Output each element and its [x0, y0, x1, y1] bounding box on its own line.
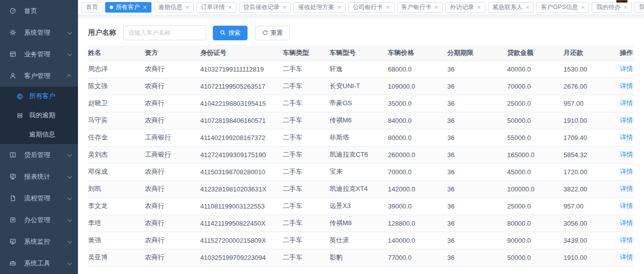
sidebar-item-1[interactable]: 系统管理	[0, 22, 78, 43]
cell-vehicle-model: 长安UNI-T	[330, 78, 388, 95]
sidebar-item-label: 办公管理	[24, 216, 68, 225]
detail-link[interactable]: 详情	[620, 82, 633, 90]
tab-close-icon[interactable]: ×	[435, 4, 439, 11]
tab-0[interactable]: 首页	[82, 2, 103, 13]
cell-id-number: 410721199505263517	[200, 78, 283, 95]
detail-link[interactable]: 详情	[620, 168, 633, 175]
table-row: 李文龙农商行411081199003122553二手车远景X339000.036…	[88, 197, 634, 215]
cell-vehicle-model: 影豹	[330, 249, 388, 266]
detail-link[interactable]: 详情	[620, 253, 633, 261]
cell-installment-term: 36	[447, 180, 507, 197]
tab-9[interactable]: 紧急联系人×	[488, 2, 534, 13]
tab-close-icon[interactable]: ×	[623, 4, 627, 11]
tab-close-icon[interactable]: ×	[581, 4, 585, 11]
tab-label: 公司银行卡	[353, 3, 383, 12]
detail-link[interactable]: 详情	[620, 99, 633, 107]
detail-link[interactable]: 详情	[620, 65, 633, 73]
cell-loan-amount	[507, 266, 564, 274]
table-row: 赵晓卫农商行410422198803195415二手车帝豪GS35000.036…	[88, 95, 634, 112]
partial-avatar-image	[616, 0, 627, 3]
detail-link[interactable]: 详情	[620, 151, 633, 158]
tab-label: 首页	[86, 3, 98, 12]
tab-label: 我的待办	[596, 3, 620, 12]
sidebar-subitem-1[interactable]: 我的逾期	[0, 106, 78, 125]
reset-button[interactable]: 重置	[255, 26, 290, 40]
tab-7[interactable]: 客户银行卡×	[397, 2, 443, 13]
cell-name: 任存金	[88, 129, 145, 146]
tab-close-icon[interactable]: ×	[337, 4, 341, 11]
tab-6[interactable]: 公司银行卡×	[348, 2, 394, 13]
tab-label: 逾期信息	[158, 3, 183, 12]
search-button[interactable]: 搜索	[213, 26, 248, 40]
sidebar-item-label: 客户管理	[24, 72, 68, 81]
cell-vehicle-model: 轩逸	[330, 60, 388, 78]
tab-4[interactable]: 贷后催收记录×	[239, 2, 291, 13]
cell-name: 刘凯	[88, 180, 145, 197]
tab-close-icon[interactable]: ×	[186, 4, 190, 11]
cell-installment-term	[447, 266, 507, 274]
tab-3[interactable]: 订单详情×	[196, 2, 236, 13]
cell-funder: 农商行	[145, 163, 200, 180]
tab-2[interactable]: 逾期信息×	[154, 2, 194, 13]
sidebar-item-2[interactable]: 业务管理	[0, 43, 78, 65]
tab-8[interactable]: 外访记录×	[445, 2, 486, 13]
tab-11[interactable]: 我的待办×	[592, 2, 632, 13]
cell-loan-amount: 40000.0	[507, 60, 564, 78]
tab-close-icon[interactable]: ×	[283, 4, 287, 11]
cell-installment-term: 36	[447, 112, 507, 129]
tab-close-icon[interactable]: ×	[143, 4, 147, 11]
cell-name	[88, 266, 145, 274]
tab-5[interactable]: 催收处理方案×	[293, 2, 346, 13]
tab-label: 贷后催收记录	[244, 3, 280, 12]
cell-monthly-payment: 957.00	[564, 197, 612, 215]
detail-link[interactable]: 详情	[620, 185, 633, 192]
cell-vehicle-model: 传祺M6	[330, 112, 388, 129]
cell-name: 吴亚博	[88, 249, 145, 266]
tab-close-icon[interactable]: ×	[477, 4, 481, 11]
cell-vehicle-model: 传祺M8	[330, 215, 388, 232]
tab-close-icon[interactable]: ×	[526, 4, 530, 11]
cell-action: 详情	[612, 249, 634, 266]
cell-funder: 农商行	[145, 112, 200, 129]
sidebar-item-9[interactable]: 系统工具	[0, 252, 78, 274]
sidebar-item-7[interactable]: 办公管理	[0, 209, 78, 231]
sidebar-subitem-0[interactable]: 所有客户	[0, 87, 78, 106]
sidebar-subitem-2[interactable]: 逾期信息	[0, 125, 78, 144]
cell-vehicle-type: 二手车	[283, 60, 330, 78]
detail-link[interactable]: 详情	[620, 236, 633, 244]
detail-link[interactable]: 详情	[620, 133, 633, 141]
cell-id-number: 410728198406160571	[200, 112, 283, 129]
sidebar-item-8[interactable]: 系统监控	[0, 231, 78, 252]
cell-vehicle-model: 凯迪拉克XT4	[330, 180, 388, 197]
tab-1[interactable]: 所有客户×	[105, 2, 151, 13]
tab-label: 催收处理方案	[298, 3, 334, 12]
cell-loan-amount: 25000.0	[507, 197, 564, 215]
sidebar-item-3[interactable]: 客户管理	[0, 65, 78, 87]
cell-installment-term: 36	[447, 163, 507, 180]
cell-installment-term: 36	[447, 95, 507, 112]
table-row: 吴亚博农商行410325199709223094二手车影豹77000.03650…	[88, 249, 634, 266]
cell-action: 详情	[612, 232, 634, 249]
overdue-book-icon	[16, 112, 23, 119]
detail-link[interactable]: 详情	[620, 116, 633, 124]
table-body: 周志洋农商行410327199111112819二手车轩逸68000.03640…	[88, 60, 634, 274]
sidebar-item-4[interactable]: 贷后管理	[0, 144, 78, 166]
cell-installment-term: 36	[447, 215, 507, 232]
tab-close-icon[interactable]: ×	[386, 4, 390, 11]
detail-link[interactable]: 详情	[620, 219, 633, 227]
tab-10[interactable]: 客户GPS信息×	[536, 2, 589, 13]
sidebar-item-5[interactable]: 报表统计	[0, 166, 78, 187]
customer-name-input[interactable]	[123, 25, 206, 40]
dashboard-icon	[9, 8, 16, 15]
tab-close-icon[interactable]: ×	[228, 4, 232, 11]
chevron-down-icon	[67, 174, 71, 178]
sidebar-item-0[interactable]: 首页	[0, 0, 78, 22]
cell-loan-amount: 80000.0	[507, 215, 564, 232]
chevron-down-icon	[67, 30, 71, 34]
tab-12[interactable]: 我的流程×	[634, 2, 644, 13]
cell-monthly-payment: 1910.00	[564, 112, 612, 129]
cell-vehicle-type: 二手车	[283, 232, 330, 249]
sidebar-item-6[interactable]: 流程管理	[0, 187, 78, 209]
cell-name: 邓保成	[88, 163, 145, 180]
detail-link[interactable]: 详情	[620, 202, 633, 210]
